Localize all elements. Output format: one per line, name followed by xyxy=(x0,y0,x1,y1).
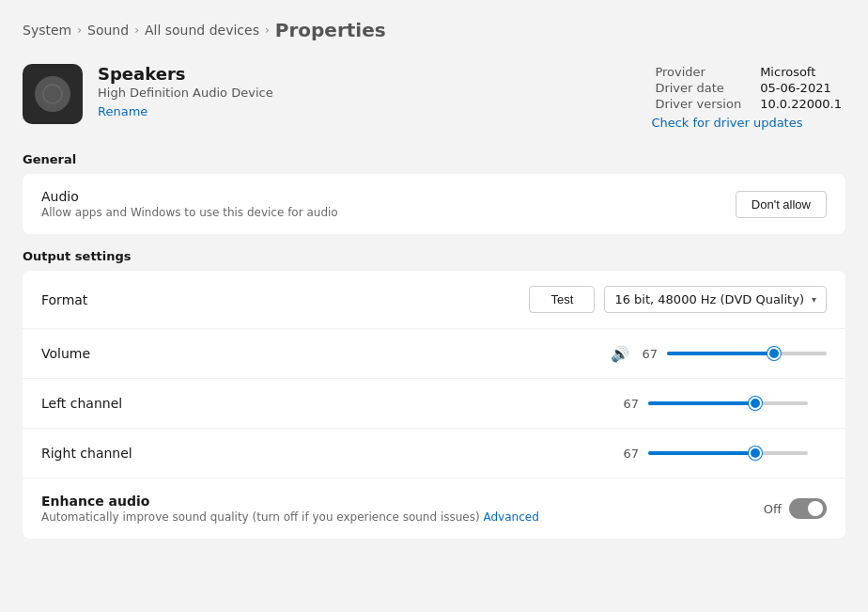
sep-2: › xyxy=(134,24,139,37)
test-button[interactable]: Test xyxy=(529,286,595,313)
device-header: Speakers High Definition Audio Device Re… xyxy=(23,64,845,130)
toggle-off-label: Off xyxy=(764,502,782,516)
breadcrumb-system[interactable]: System xyxy=(23,23,71,38)
audio-row: Audio Allow apps and Windows to use this… xyxy=(23,174,845,234)
sep-1: › xyxy=(77,24,82,37)
format-label: Format xyxy=(41,292,529,307)
driver-version-value: 10.0.22000.1 xyxy=(745,96,845,112)
advanced-link[interactable]: Advanced xyxy=(483,510,538,524)
device-name: Speakers xyxy=(98,64,636,84)
driver-info: Provider Microsoft Driver date 05-06-202… xyxy=(651,64,845,130)
format-title: Format xyxy=(41,292,529,307)
driver-date-label: Driver date xyxy=(651,80,745,96)
provider-label: Provider xyxy=(651,64,745,80)
general-card: Audio Allow apps and Windows to use this… xyxy=(23,174,845,234)
audio-subtitle: Allow apps and Windows to use this devic… xyxy=(41,206,736,219)
volume-slider[interactable] xyxy=(667,344,827,363)
volume-icon: 🔊 xyxy=(611,345,629,363)
format-row: Format Test 16 bit, 48000 Hz (DVD Qualit… xyxy=(23,271,845,329)
general-section-title: General xyxy=(23,152,845,166)
toggle-thumb xyxy=(808,501,823,516)
svg-point-3 xyxy=(52,93,54,96)
left-channel-label: Left channel xyxy=(41,396,620,411)
right-channel-control: 67 xyxy=(620,444,827,463)
output-settings-card: Format Test 16 bit, 48000 Hz (DVD Qualit… xyxy=(23,271,845,539)
left-channel-control: 67 xyxy=(620,394,827,413)
right-channel-label: Right channel xyxy=(41,446,620,461)
left-channel-value: 67 xyxy=(620,397,639,411)
check-for-driver-updates-link[interactable]: Check for driver updates xyxy=(651,116,845,130)
breadcrumb-all-sound-devices[interactable]: All sound devices xyxy=(145,23,259,38)
enhance-audio-label: Enhance audio Automatically improve soun… xyxy=(41,494,764,524)
enhance-audio-subtitle: Automatically improve sound quality (tur… xyxy=(41,510,764,524)
right-channel-title: Right channel xyxy=(41,446,620,461)
device-subtitle: High Definition Audio Device xyxy=(98,86,636,100)
volume-value: 67 xyxy=(639,347,658,361)
breadcrumb-sound[interactable]: Sound xyxy=(87,23,129,38)
volume-control: 🔊 67 xyxy=(611,344,827,363)
device-info: Speakers High Definition Audio Device Re… xyxy=(98,64,636,118)
sep-3: › xyxy=(265,24,270,37)
volume-label: Volume xyxy=(41,346,611,361)
audio-control: Don't allow xyxy=(736,191,827,218)
output-settings-title: Output settings xyxy=(23,249,845,263)
enhance-audio-title: Enhance audio xyxy=(41,494,764,509)
audio-label: Audio Allow apps and Windows to use this… xyxy=(41,189,736,219)
format-select-value: 16 bit, 48000 Hz (DVD Quality) xyxy=(614,292,804,306)
volume-row: Volume 🔊 67 xyxy=(23,329,845,379)
provider-value: Microsoft xyxy=(745,64,845,80)
left-channel-slider[interactable] xyxy=(648,394,808,413)
volume-title: Volume xyxy=(41,346,611,361)
left-channel-row: Left channel 67 xyxy=(23,379,845,429)
enhance-audio-toggle[interactable]: Off xyxy=(764,498,827,519)
chevron-down-icon: ▾ xyxy=(812,294,816,305)
toggle-track[interactable] xyxy=(789,498,827,519)
enhance-audio-row: Enhance audio Automatically improve soun… xyxy=(23,479,845,539)
breadcrumb: System › Sound › All sound devices › Pro… xyxy=(23,19,845,41)
driver-version-label: Driver version xyxy=(651,96,745,112)
format-select[interactable]: 16 bit, 48000 Hz (DVD Quality) ▾ xyxy=(604,286,827,313)
enhance-audio-control: Off xyxy=(764,498,827,519)
dont-allow-button[interactable]: Don't allow xyxy=(736,191,827,218)
right-channel-row: Right channel 67 xyxy=(23,429,845,479)
driver-date-value: 05-06-2021 xyxy=(745,80,845,96)
right-channel-slider[interactable] xyxy=(648,444,808,463)
audio-title: Audio xyxy=(41,189,736,204)
format-control: Test 16 bit, 48000 Hz (DVD Quality) ▾ xyxy=(529,286,827,313)
device-icon xyxy=(23,64,83,124)
breadcrumb-current: Properties xyxy=(275,19,386,41)
right-channel-value: 67 xyxy=(620,447,639,461)
left-channel-title: Left channel xyxy=(41,396,620,411)
rename-link[interactable]: Rename xyxy=(98,104,147,118)
